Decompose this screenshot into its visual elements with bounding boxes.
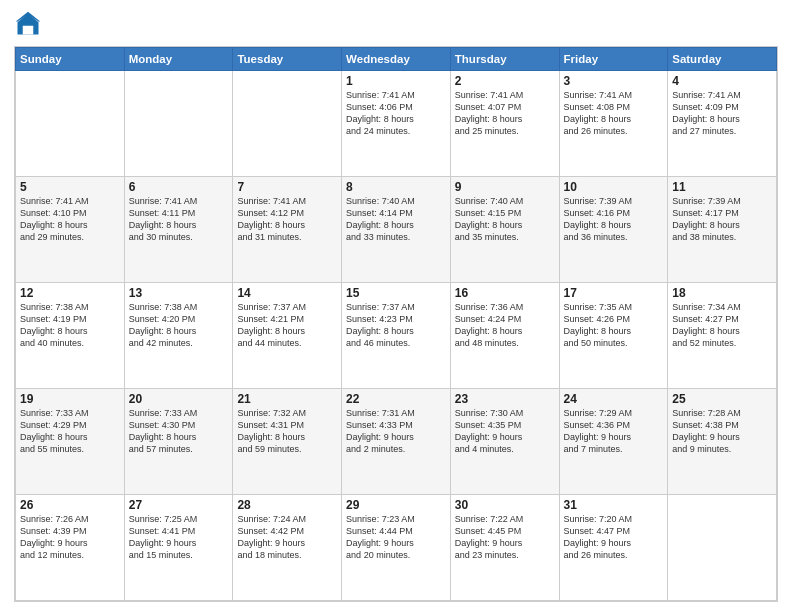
day-number: 6 [129, 180, 229, 194]
weekday-header: Thursday [450, 48, 559, 71]
day-info: Sunrise: 7:22 AM Sunset: 4:45 PM Dayligh… [455, 513, 555, 562]
day-number: 13 [129, 286, 229, 300]
calendar-cell: 1Sunrise: 7:41 AM Sunset: 4:06 PM Daylig… [342, 71, 451, 177]
svg-rect-2 [23, 26, 34, 35]
day-info: Sunrise: 7:37 AM Sunset: 4:23 PM Dayligh… [346, 301, 446, 350]
weekday-header: Sunday [16, 48, 125, 71]
day-number: 1 [346, 74, 446, 88]
calendar-cell [124, 71, 233, 177]
calendar-cell: 26Sunrise: 7:26 AM Sunset: 4:39 PM Dayli… [16, 495, 125, 601]
logo [14, 10, 46, 38]
day-info: Sunrise: 7:33 AM Sunset: 4:30 PM Dayligh… [129, 407, 229, 456]
weekday-header: Friday [559, 48, 668, 71]
day-number: 24 [564, 392, 664, 406]
calendar-cell: 4Sunrise: 7:41 AM Sunset: 4:09 PM Daylig… [668, 71, 777, 177]
calendar-cell: 16Sunrise: 7:36 AM Sunset: 4:24 PM Dayli… [450, 283, 559, 389]
day-info: Sunrise: 7:33 AM Sunset: 4:29 PM Dayligh… [20, 407, 120, 456]
day-number: 27 [129, 498, 229, 512]
calendar-cell: 21Sunrise: 7:32 AM Sunset: 4:31 PM Dayli… [233, 389, 342, 495]
calendar-cell: 24Sunrise: 7:29 AM Sunset: 4:36 PM Dayli… [559, 389, 668, 495]
weekday-header: Tuesday [233, 48, 342, 71]
calendar-cell: 3Sunrise: 7:41 AM Sunset: 4:08 PM Daylig… [559, 71, 668, 177]
day-info: Sunrise: 7:29 AM Sunset: 4:36 PM Dayligh… [564, 407, 664, 456]
day-number: 15 [346, 286, 446, 300]
day-info: Sunrise: 7:38 AM Sunset: 4:20 PM Dayligh… [129, 301, 229, 350]
day-number: 5 [20, 180, 120, 194]
day-info: Sunrise: 7:39 AM Sunset: 4:17 PM Dayligh… [672, 195, 772, 244]
day-info: Sunrise: 7:28 AM Sunset: 4:38 PM Dayligh… [672, 407, 772, 456]
day-info: Sunrise: 7:41 AM Sunset: 4:06 PM Dayligh… [346, 89, 446, 138]
day-info: Sunrise: 7:20 AM Sunset: 4:47 PM Dayligh… [564, 513, 664, 562]
calendar-cell: 27Sunrise: 7:25 AM Sunset: 4:41 PM Dayli… [124, 495, 233, 601]
day-info: Sunrise: 7:40 AM Sunset: 4:15 PM Dayligh… [455, 195, 555, 244]
day-info: Sunrise: 7:31 AM Sunset: 4:33 PM Dayligh… [346, 407, 446, 456]
calendar-cell: 18Sunrise: 7:34 AM Sunset: 4:27 PM Dayli… [668, 283, 777, 389]
calendar-cell: 6Sunrise: 7:41 AM Sunset: 4:11 PM Daylig… [124, 177, 233, 283]
calendar-cell: 15Sunrise: 7:37 AM Sunset: 4:23 PM Dayli… [342, 283, 451, 389]
day-number: 28 [237, 498, 337, 512]
day-info: Sunrise: 7:41 AM Sunset: 4:12 PM Dayligh… [237, 195, 337, 244]
day-number: 26 [20, 498, 120, 512]
calendar-cell: 17Sunrise: 7:35 AM Sunset: 4:26 PM Dayli… [559, 283, 668, 389]
day-number: 19 [20, 392, 120, 406]
day-info: Sunrise: 7:24 AM Sunset: 4:42 PM Dayligh… [237, 513, 337, 562]
calendar-cell [233, 71, 342, 177]
calendar-cell: 9Sunrise: 7:40 AM Sunset: 4:15 PM Daylig… [450, 177, 559, 283]
day-number: 8 [346, 180, 446, 194]
day-info: Sunrise: 7:41 AM Sunset: 4:07 PM Dayligh… [455, 89, 555, 138]
day-number: 29 [346, 498, 446, 512]
calendar-cell: 31Sunrise: 7:20 AM Sunset: 4:47 PM Dayli… [559, 495, 668, 601]
day-info: Sunrise: 7:36 AM Sunset: 4:24 PM Dayligh… [455, 301, 555, 350]
calendar-cell: 20Sunrise: 7:33 AM Sunset: 4:30 PM Dayli… [124, 389, 233, 495]
day-info: Sunrise: 7:40 AM Sunset: 4:14 PM Dayligh… [346, 195, 446, 244]
calendar-cell: 5Sunrise: 7:41 AM Sunset: 4:10 PM Daylig… [16, 177, 125, 283]
day-number: 18 [672, 286, 772, 300]
day-info: Sunrise: 7:25 AM Sunset: 4:41 PM Dayligh… [129, 513, 229, 562]
day-info: Sunrise: 7:41 AM Sunset: 4:11 PM Dayligh… [129, 195, 229, 244]
header [14, 10, 778, 38]
calendar-cell: 28Sunrise: 7:24 AM Sunset: 4:42 PM Dayli… [233, 495, 342, 601]
day-number: 22 [346, 392, 446, 406]
weekday-header: Monday [124, 48, 233, 71]
day-info: Sunrise: 7:41 AM Sunset: 4:08 PM Dayligh… [564, 89, 664, 138]
day-number: 31 [564, 498, 664, 512]
calendar-cell [16, 71, 125, 177]
calendar-cell: 11Sunrise: 7:39 AM Sunset: 4:17 PM Dayli… [668, 177, 777, 283]
calendar-cell: 19Sunrise: 7:33 AM Sunset: 4:29 PM Dayli… [16, 389, 125, 495]
calendar-cell: 14Sunrise: 7:37 AM Sunset: 4:21 PM Dayli… [233, 283, 342, 389]
calendar-cell: 30Sunrise: 7:22 AM Sunset: 4:45 PM Dayli… [450, 495, 559, 601]
calendar-cell: 10Sunrise: 7:39 AM Sunset: 4:16 PM Dayli… [559, 177, 668, 283]
calendar-cell: 22Sunrise: 7:31 AM Sunset: 4:33 PM Dayli… [342, 389, 451, 495]
day-number: 17 [564, 286, 664, 300]
calendar-cell: 23Sunrise: 7:30 AM Sunset: 4:35 PM Dayli… [450, 389, 559, 495]
day-number: 3 [564, 74, 664, 88]
calendar-cell [668, 495, 777, 601]
day-info: Sunrise: 7:41 AM Sunset: 4:10 PM Dayligh… [20, 195, 120, 244]
logo-icon [14, 10, 42, 38]
day-number: 4 [672, 74, 772, 88]
day-info: Sunrise: 7:23 AM Sunset: 4:44 PM Dayligh… [346, 513, 446, 562]
calendar-cell: 8Sunrise: 7:40 AM Sunset: 4:14 PM Daylig… [342, 177, 451, 283]
weekday-header: Wednesday [342, 48, 451, 71]
day-info: Sunrise: 7:32 AM Sunset: 4:31 PM Dayligh… [237, 407, 337, 456]
day-number: 14 [237, 286, 337, 300]
calendar: SundayMondayTuesdayWednesdayThursdayFrid… [14, 46, 778, 602]
day-info: Sunrise: 7:37 AM Sunset: 4:21 PM Dayligh… [237, 301, 337, 350]
calendar-cell: 2Sunrise: 7:41 AM Sunset: 4:07 PM Daylig… [450, 71, 559, 177]
day-number: 20 [129, 392, 229, 406]
day-info: Sunrise: 7:34 AM Sunset: 4:27 PM Dayligh… [672, 301, 772, 350]
main-container: SundayMondayTuesdayWednesdayThursdayFrid… [0, 0, 792, 612]
day-number: 9 [455, 180, 555, 194]
calendar-cell: 12Sunrise: 7:38 AM Sunset: 4:19 PM Dayli… [16, 283, 125, 389]
day-number: 2 [455, 74, 555, 88]
day-number: 16 [455, 286, 555, 300]
day-info: Sunrise: 7:30 AM Sunset: 4:35 PM Dayligh… [455, 407, 555, 456]
day-number: 30 [455, 498, 555, 512]
day-number: 7 [237, 180, 337, 194]
day-number: 25 [672, 392, 772, 406]
day-number: 11 [672, 180, 772, 194]
calendar-cell: 25Sunrise: 7:28 AM Sunset: 4:38 PM Dayli… [668, 389, 777, 495]
day-number: 12 [20, 286, 120, 300]
day-info: Sunrise: 7:38 AM Sunset: 4:19 PM Dayligh… [20, 301, 120, 350]
day-info: Sunrise: 7:39 AM Sunset: 4:16 PM Dayligh… [564, 195, 664, 244]
